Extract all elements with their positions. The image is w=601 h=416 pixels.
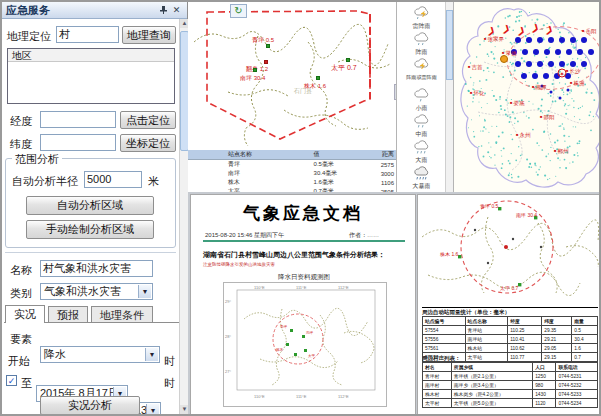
cell: 南坪村 xyxy=(423,381,452,390)
auto-analysis-area-button[interactable]: 自动分析区域 xyxy=(26,196,154,215)
legend-item: 雷阵雨 xyxy=(397,6,446,32)
table-row[interactable]: 南坪30.4毫米3000 xyxy=(188,169,396,178)
document-date: 2015-08-20 15:46 星期四下午 xyxy=(205,231,284,240)
city-label: 永州 xyxy=(516,132,530,139)
province-map[interactable]: ✶ ❯ ❯ ❯ ❯ ❯ 张家界 吉首 怀化 常德 岳阳 长沙 株洲 湘潭 娄底 … xyxy=(454,2,601,192)
geo-locate-label: 地理定位 xyxy=(7,29,51,44)
station-marker[interactable] xyxy=(316,76,320,80)
cell: 太平镇（距5.0公里） xyxy=(451,399,532,408)
svg-text:南坪: 南坪 xyxy=(306,331,314,335)
longitude-input[interactable] xyxy=(40,111,116,128)
cell: 1430 xyxy=(533,390,556,399)
cell: 57554 xyxy=(423,326,466,335)
click-locate-button[interactable]: 点击定位 xyxy=(120,111,176,129)
type-combobox[interactable]: 气象和洪水灾害 xyxy=(40,283,153,300)
station-statistics-page[interactable]: 青坪 0.5 南坪 30.4 株木 1.6 太平 0.7 周边自动站雨量统计（单… xyxy=(417,194,601,416)
table-header-row: 站点编号站点名称经度纬度雨量 xyxy=(423,317,598,326)
svg-text:株木: 株木 xyxy=(275,347,284,352)
latitude-input[interactable] xyxy=(40,134,116,151)
svg-text:110°E: 110°E xyxy=(254,285,265,290)
map-refresh-button[interactable]: ↻ xyxy=(230,4,247,18)
pin-icon[interactable] xyxy=(157,4,170,16)
geo-search-button[interactable]: 地理查询 xyxy=(122,26,176,44)
svg-text:110°E: 110°E xyxy=(254,394,265,399)
table-row[interactable]: 南坪村南坪乡（距3.4公里）9800744-5232 xyxy=(423,381,598,390)
station-label: 太平 0.7 xyxy=(500,285,518,291)
element-combobox[interactable]: 降水 xyxy=(40,346,160,363)
cell: 南坪 xyxy=(188,169,312,178)
city-label: 娄底 xyxy=(510,100,524,107)
tab-geo-conditions[interactable]: 地理条件 xyxy=(91,306,153,323)
cell: 株木 xyxy=(188,178,312,187)
city-label: 株洲 xyxy=(570,80,584,87)
cell: 青坪村 xyxy=(423,372,452,381)
longitude-label: 经度 xyxy=(10,114,32,129)
emergency-document-page[interactable]: 气象应急文档 2015-08-20 15:46 星期四下午 作者：…… 湖南省石… xyxy=(190,194,416,416)
district-listbox[interactable]: 地区 xyxy=(7,48,175,104)
application-window: 应急服务 ✕ 地理定位 村 地理查询 地区 经度 点击定位 纬度 坐标定位 范围… xyxy=(0,0,601,416)
table-row[interactable]: 57561株木站110.6229.051.6 xyxy=(423,344,598,353)
latitude-label: 纬度 xyxy=(10,137,32,152)
capital-star-icon: ✶ xyxy=(559,71,564,77)
document-author: 作者：…… xyxy=(349,231,379,240)
station-marker[interactable] xyxy=(253,68,257,72)
geo-locate-input[interactable]: 村 xyxy=(56,26,119,43)
cell: 南坪乡（距3.4公里） xyxy=(451,381,532,390)
radius-input[interactable]: 5000 xyxy=(84,171,142,188)
coord-locate-button[interactable]: 坐标定位 xyxy=(120,134,176,152)
legend-item: 阵雨或雷阵雨 xyxy=(397,58,446,84)
table-row[interactable]: 太平村太平镇（距5.0公里）11200744-5234 xyxy=(423,399,598,408)
embedded-map-chart: 110°E111°E112°E 110°E111°E112°E 29°28°27… xyxy=(223,282,387,407)
column-header: 人口 xyxy=(533,363,556,372)
tab-forecast[interactable]: 预报 xyxy=(48,306,88,323)
start-label: 开始 xyxy=(8,354,30,369)
start-hour-unit: 时 xyxy=(164,354,175,369)
cell: 29.05 xyxy=(542,344,572,353)
moderate-rain-icon xyxy=(413,114,431,129)
city-label: 郴州 xyxy=(554,148,568,155)
station-label: 南坪 30.4 xyxy=(516,212,537,218)
table-row[interactable]: 青坪0.5毫米2575 xyxy=(188,160,396,170)
title-rule xyxy=(203,240,405,242)
end-label: 至 xyxy=(21,376,32,391)
chart-caption: 降水日资料观测图 xyxy=(191,273,417,282)
station-attribute-table[interactable]: 站点名称值距离青坪0.5毫米2575南坪30.4毫米3000株木1.6毫米110… xyxy=(188,150,396,196)
name-input[interactable]: 村气象和洪水灾害 xyxy=(40,260,153,277)
scrollbar-thumb[interactable] xyxy=(446,10,453,80)
cell: 1120 xyxy=(533,399,556,408)
manual-draw-area-button[interactable]: 手动绘制分析区域 xyxy=(26,220,154,239)
run-analysis-button[interactable]: 实况分析 xyxy=(40,396,140,415)
table-row[interactable]: 青坪村青坪镇（距2.1公里）12500744-5231 xyxy=(423,372,598,381)
thunder-shower-icon xyxy=(413,58,431,73)
column-header: 值 xyxy=(312,150,364,160)
table-row[interactable]: 株木1.6毫米1106 xyxy=(188,178,396,187)
cell: 29.15 xyxy=(542,353,572,362)
table-row[interactable]: 株木村株木岗乡（距4.2公里）14300744-5233 xyxy=(423,390,598,399)
svg-text:112°E: 112°E xyxy=(338,285,349,290)
cell: 0744-5234 xyxy=(556,399,598,408)
station-marker[interactable] xyxy=(264,60,268,64)
cell: 株木站 xyxy=(465,344,508,353)
document-title: 气象应急文档 xyxy=(191,202,415,225)
district-column-header[interactable]: 地区 xyxy=(8,49,174,62)
legend-item: 大雨 xyxy=(397,140,446,166)
table-row[interactable]: 57554青坪站110.2529.350.5 xyxy=(423,326,598,335)
city-label: 长沙 xyxy=(566,68,580,75)
station-label: 南坪 30.4 xyxy=(240,74,265,83)
column-header: 站点名称 xyxy=(188,150,312,160)
station-label: 太平 0.7 xyxy=(331,63,357,73)
column-header: 站点编号 xyxy=(423,317,466,326)
cell: 青坪 xyxy=(188,160,312,170)
panel-scrollbar[interactable]: ▲ ▼ xyxy=(179,19,188,414)
svg-text:112°E: 112°E xyxy=(338,394,349,399)
tab-live[interactable]: 实况 xyxy=(5,305,45,323)
station-marker[interactable] xyxy=(346,58,350,62)
table-row[interactable]: 57556南坪站110.4129.2130.4 xyxy=(423,335,598,344)
close-icon[interactable]: ✕ xyxy=(170,4,183,16)
legend-scrollbar[interactable] xyxy=(445,2,454,192)
rainstorm-icon xyxy=(413,166,431,181)
analysis-map[interactable]: ↻ 青坪 0.5 翻身 1.2 南坪 30.4 株木 1.6 太平 0.7 石门… xyxy=(188,2,396,192)
cell: 0744-5232 xyxy=(556,381,598,390)
cell: 110.25 xyxy=(508,326,542,335)
end-time-checkbox[interactable]: ✓ xyxy=(6,375,17,386)
